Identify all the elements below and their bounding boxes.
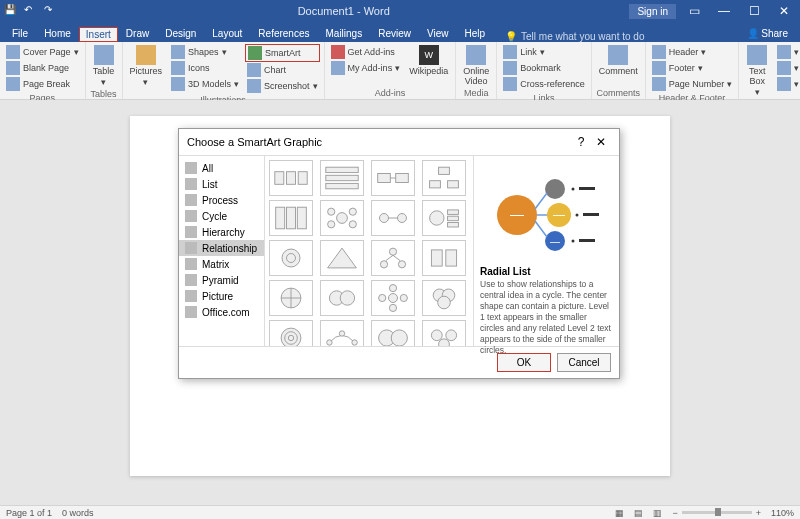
category-process[interactable]: Process — [179, 192, 264, 208]
smartart-thumb[interactable] — [269, 240, 313, 276]
tab-review[interactable]: Review — [370, 25, 419, 42]
header-button[interactable]: Header ▾ — [650, 44, 735, 60]
wikipedia-button[interactable]: WWikipedia — [406, 44, 451, 87]
minimize-icon[interactable]: — — [712, 4, 736, 18]
smartart-thumb[interactable] — [371, 240, 415, 276]
smartart-thumb[interactable] — [269, 280, 313, 316]
cancel-button[interactable]: Cancel — [557, 353, 611, 372]
online-video-button[interactable]: Online Video — [460, 44, 492, 87]
smartart-thumb[interactable] — [422, 240, 466, 276]
category-relationship[interactable]: Relationship — [179, 240, 264, 256]
shapes-button[interactable]: Shapes ▾ — [169, 44, 241, 60]
cover-page-button[interactable]: Cover Page ▾ — [4, 44, 81, 60]
smartart-thumb[interactable] — [422, 280, 466, 316]
svg-line-67 — [535, 221, 547, 237]
tab-insert[interactable]: Insert — [79, 27, 118, 42]
smartart-thumb[interactable] — [371, 280, 415, 316]
cross-reference-button[interactable]: Cross-reference — [501, 76, 587, 92]
smartart-thumb[interactable] — [269, 160, 313, 196]
ribbon-options-icon[interactable]: ▭ — [682, 4, 706, 18]
smartart-thumb[interactable] — [320, 200, 364, 236]
ribbon-tabs: File Home Insert Draw Design Layout Refe… — [0, 22, 800, 42]
category-cycle[interactable]: Cycle — [179, 208, 264, 224]
smartart-thumb[interactable] — [269, 200, 313, 236]
signin-button[interactable]: Sign in — [629, 4, 676, 19]
share-button[interactable]: 👤 Share — [739, 25, 796, 42]
view-print-layout-icon[interactable]: ▦ — [615, 508, 624, 518]
link-button[interactable]: Link ▾ — [501, 44, 587, 60]
smartart-thumbnails[interactable] — [265, 156, 473, 346]
svg-point-32 — [398, 261, 405, 268]
category-matrix[interactable]: Matrix — [179, 256, 264, 272]
footer-button[interactable]: Footer ▾ — [650, 60, 735, 76]
table-button[interactable]: Table ▾ — [90, 44, 118, 88]
view-read-mode-icon[interactable]: ▤ — [634, 508, 643, 518]
zoom-out-icon[interactable]: − — [672, 508, 677, 518]
tab-draw[interactable]: Draw — [118, 25, 157, 42]
maximize-icon[interactable]: ☐ — [742, 4, 766, 18]
tell-me-search[interactable]: 💡 Tell me what you want to do — [493, 31, 738, 42]
text-box-button[interactable]: Text Box ▾ — [743, 44, 771, 98]
category-hierarchy[interactable]: Hierarchy — [179, 224, 264, 240]
tab-view[interactable]: View — [419, 25, 457, 42]
word-count[interactable]: 0 words — [62, 508, 94, 518]
page-indicator[interactable]: Page 1 of 1 — [6, 508, 52, 518]
category-pyramid[interactable]: Pyramid — [179, 272, 264, 288]
get-addins-button[interactable]: Get Add-ins — [329, 44, 403, 60]
page-number-button[interactable]: Page Number ▾ — [650, 76, 735, 92]
office-icon — [185, 306, 197, 318]
chart-button[interactable]: Chart — [245, 62, 320, 78]
close-icon[interactable]: ✕ — [772, 4, 796, 18]
category-list[interactable]: List — [179, 176, 264, 192]
drop-cap-button[interactable]: ▾ — [775, 76, 800, 92]
tab-file[interactable]: File — [4, 25, 36, 42]
svg-line-33 — [386, 255, 393, 260]
tab-help[interactable]: Help — [456, 25, 493, 42]
smartart-thumb[interactable] — [371, 160, 415, 196]
smartart-thumb[interactable] — [371, 200, 415, 236]
category-officecom[interactable]: Office.com — [179, 304, 264, 320]
tab-home[interactable]: Home — [36, 25, 79, 42]
smartart-dialog: Choose a SmartArt Graphic ? ✕ All List P… — [178, 128, 620, 379]
ok-button[interactable]: OK — [497, 353, 551, 372]
comment-button[interactable]: Comment — [596, 44, 641, 87]
my-addins-button[interactable]: My Add-ins ▾ — [329, 60, 403, 76]
blank-page-button[interactable]: Blank Page — [4, 60, 81, 76]
zoom-slider[interactable]: − + — [672, 508, 761, 518]
document-area: Choose a SmartArt Graphic ? ✕ All List P… — [0, 100, 800, 505]
smartart-thumb[interactable] — [269, 320, 313, 346]
category-picture[interactable]: Picture — [179, 288, 264, 304]
page-break-button[interactable]: Page Break — [4, 76, 81, 92]
dialog-help-button[interactable]: ? — [571, 135, 591, 149]
smartart-thumb[interactable] — [320, 240, 364, 276]
tab-layout[interactable]: Layout — [204, 25, 250, 42]
dialog-close-button[interactable]: ✕ — [591, 135, 611, 149]
wordart-button[interactable]: ▾ — [775, 60, 800, 76]
tab-mailings[interactable]: Mailings — [317, 25, 370, 42]
tab-design[interactable]: Design — [157, 25, 204, 42]
bookmark-button[interactable]: Bookmark — [501, 60, 587, 76]
smartart-thumb[interactable] — [422, 320, 466, 346]
zoom-level[interactable]: 110% — [771, 508, 794, 518]
quick-parts-button[interactable]: ▾ — [775, 44, 800, 60]
3d-models-button[interactable]: 3D Models ▾ — [169, 76, 241, 92]
tab-references[interactable]: References — [250, 25, 317, 42]
smartart-thumb[interactable] — [371, 320, 415, 346]
view-web-layout-icon[interactable]: ▥ — [653, 508, 662, 518]
smartart-thumb[interactable] — [422, 160, 466, 196]
category-all[interactable]: All — [179, 160, 264, 176]
smartart-thumb[interactable] — [320, 160, 364, 196]
smartart-thumb[interactable] — [320, 280, 364, 316]
quick-parts-icon — [777, 45, 791, 59]
zoom-in-icon[interactable]: + — [756, 508, 761, 518]
smartart-thumb[interactable] — [422, 200, 466, 236]
icons-button[interactable]: Icons — [169, 60, 241, 76]
smartart-button[interactable]: SmartArt — [245, 44, 320, 62]
screenshot-button[interactable]: Screenshot ▾ — [245, 78, 320, 94]
svg-rect-14 — [297, 207, 306, 229]
undo-icon[interactable]: ↶ — [24, 4, 38, 18]
redo-icon[interactable]: ↷ — [44, 4, 58, 18]
pictures-button[interactable]: Pictures ▾ — [127, 44, 166, 94]
smartart-thumb[interactable] — [320, 320, 364, 346]
save-icon[interactable]: 💾 — [4, 4, 18, 18]
